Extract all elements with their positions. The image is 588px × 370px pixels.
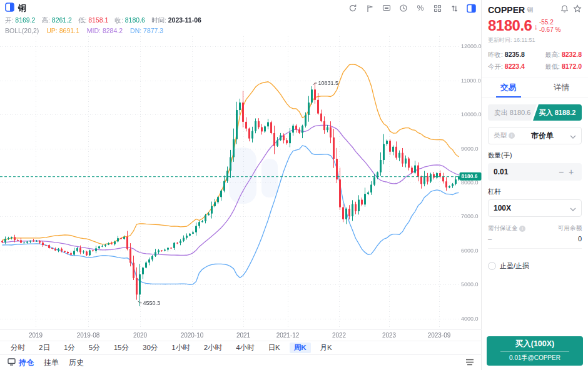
chevron-down-icon [570,202,576,214]
submit-buy-button[interactable]: 买入(100X) 0.01手@COPPER [487,336,583,366]
quantity-stepper: 0.01 − + [488,163,582,181]
flag-icon[interactable] [365,3,375,13]
bell-icon[interactable] [560,4,569,16]
tab-trade[interactable]: 交易 [482,78,535,98]
monitor-icon [8,358,16,368]
chevron-down-icon [570,130,576,141]
menu-icon[interactable] [465,357,474,368]
leverage-select[interactable]: 100X [488,199,582,217]
quantity-plus-button[interactable]: + [566,167,576,177]
margin-labels: 需付保证金 i 可用余额 [488,224,582,232]
sell-button[interactable]: 卖出 8180.6 [488,104,537,121]
info-icon: i [509,132,515,139]
available-balance-value: 0 [578,235,582,242]
timeframe-15m[interactable]: 15分 [107,342,136,353]
sort-arrows-icon[interactable] [449,3,459,13]
buy-button[interactable]: 买入 8188.2 [533,104,582,121]
chat-icon[interactable] [382,3,392,13]
trade-panel: COPPER 铜 8180.6 ↓ -55.2 -0.67 % 更新时间: 16… [482,0,588,370]
tpsl-label: 止盈/止损 [500,261,529,271]
timeframe-5m[interactable]: 5分 [82,342,107,353]
refresh-icon[interactable] [348,3,358,13]
chart-toolbar: % [348,3,476,13]
panel-tabs: 交易 详情 [482,77,588,98]
tab-pending-orders[interactable]: 挂单 [44,358,59,368]
leverage-value: 100X [494,204,570,212]
panel-symbol: COPPER [488,5,525,15]
tab-history[interactable]: 历史 [69,358,84,368]
day-high-value: 8232.8 [562,51,582,58]
order-type-value: 市价单 [515,131,570,141]
order-type-select[interactable]: 类型i 市价单 [488,127,582,144]
tpsl-checkbox[interactable] [488,262,496,270]
timeframe-1h[interactable]: 1小时 [165,342,196,353]
price-change: -55.2 -0.67 % [539,19,560,34]
quantity-minus-button[interactable]: − [556,167,566,177]
timeframe-2d[interactable]: 2日 [32,342,57,353]
panel-symbol-cn: 铜 [527,6,533,14]
timeframe-30m[interactable]: 30分 [136,342,165,353]
panel-toggle-icon[interactable] [466,3,476,13]
updated-time: 更新时间: 16:11:51 [482,34,588,44]
quantity-input[interactable]: 0.01 [494,168,556,176]
percent-icon[interactable]: % [415,3,425,13]
prev-close-value: 8235.8 [505,51,525,58]
positions-bar: 持仓 挂单 历史 [0,354,482,370]
clock-icon[interactable] [398,3,408,13]
info-icon: i [519,226,525,232]
timeframe-2h[interactable]: 2小时 [197,342,229,353]
price-down-arrow-icon: ↓ [534,22,538,31]
timeframe-intraday[interactable]: 分时 [4,342,32,353]
timeframe-1m[interactable]: 1分 [57,342,82,353]
layout-grid-icon[interactable] [432,3,442,13]
timeframe-bar: 分时 2日 1分 5分 15分 30分 1小时 2小时 4小时 日K 周K 月K [0,341,482,354]
chart-area: 铜 开: 8169.2 高: 8261.2 低: 8158.1 收: 8180.… [0,0,482,370]
tab-details[interactable]: 详情 [535,78,588,98]
day-low-value: 8172.0 [562,62,582,70]
last-price: 8180.6 [488,17,532,34]
required-margin-value: – [488,235,492,242]
leverage-label: 杠杆 [488,188,582,196]
margin-values: – 0 [488,235,582,242]
star-icon[interactable] [573,4,582,16]
day-open-value: 8223.4 [505,62,525,70]
timeframe-4h[interactable]: 4小时 [229,342,261,353]
timeframe-1d[interactable]: 日K [261,342,287,353]
tpsl-toggle[interactable]: 止盈/止损 [488,261,582,271]
side-toggle: 卖出 8180.6 买入 8188.2 [488,104,582,121]
quantity-label: 数量(手) [488,151,582,160]
timeframe-1w[interactable]: 周K [290,342,311,353]
candlestick-chart[interactable] [0,0,482,341]
daily-stats: 昨收: 8235.8 最高: 8232.8 今开: 8223.4 最低: 817… [482,44,588,71]
timeframe-1mo[interactable]: 月K [313,342,339,353]
tab-positions[interactable]: 持仓 [8,358,34,368]
